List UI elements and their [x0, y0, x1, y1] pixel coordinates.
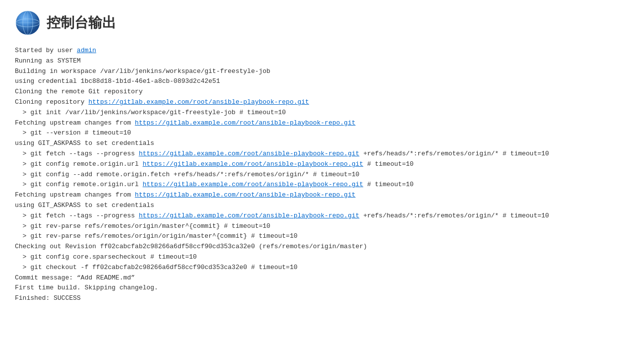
admin-link[interactable]: admin	[77, 47, 96, 54]
console-output-panel: Started by user admin Running as SYSTEM …	[15, 46, 629, 304]
console-line-3: Building in workspace /var/lib/jenkins/w…	[15, 67, 629, 77]
page-title: 控制台输出	[47, 13, 116, 32]
console-line-19: > git rev-parse refs/remotes/origin/orig…	[15, 231, 629, 242]
console-line-2: Running as SYSTEM	[15, 56, 629, 67]
console-line-20: Checking out Revision ff02cabcfab2c98266…	[15, 242, 629, 252]
console-line-21: > git config core.sparsecheckout # timeo…	[15, 252, 629, 263]
git-fetch-link-2[interactable]: https://gitlab.example.com/root/ansible-…	[139, 212, 360, 219]
console-line-7: > git init /var/lib/jenkins/workspace/gi…	[15, 108, 629, 118]
console-line-5: Cloning the remote Git repository	[15, 87, 629, 97]
console-line-18: > git rev-parse refs/remotes/origin/mast…	[15, 221, 629, 232]
console-line-24: First time build. Skipping changelog.	[15, 283, 629, 293]
console-line-6: Cloning repository https://gitlab.exampl…	[15, 97, 629, 108]
console-line-9: > git --version # timeout=10	[15, 128, 629, 138]
console-line-4: using credential 1bc88d18-1b1d-46e1-a8cb…	[15, 76, 629, 87]
console-line-1: Started by user admin	[15, 46, 629, 56]
console-globe-icon	[15, 10, 41, 36]
git-config-url-link-1[interactable]: https://gitlab.example.com/root/ansible-…	[142, 160, 363, 168]
console-line-12: > git config remote.origin.url https://g…	[15, 159, 629, 170]
console-line-22: > git checkout -f ff02cabcfab2c98266a6df…	[15, 263, 629, 273]
console-line-8: Fetching upstream changes from https://g…	[15, 118, 629, 129]
console-line-16: using GIT_ASKPASS to set credentials	[15, 201, 629, 211]
console-line-23: Commit message: “Add README.md”	[15, 273, 629, 283]
console-line-25: Finished: SUCCESS	[15, 293, 629, 304]
git-config-url-link-2[interactable]: https://gitlab.example.com/root/ansible-…	[142, 181, 363, 188]
console-line-17: > git fetch --tags --progress https://gi…	[15, 211, 629, 221]
console-line-11: > git fetch --tags --progress https://gi…	[15, 149, 629, 159]
console-line-13: > git config --add remote.origin.fetch +…	[15, 170, 629, 180]
console-line-15: Fetching upstream changes from https://g…	[15, 190, 629, 201]
clone-repo-link-1[interactable]: https://gitlab.example.com/root/ansible-…	[88, 98, 309, 106]
git-fetch-link-1[interactable]: https://gitlab.example.com/root/ansible-…	[139, 150, 360, 157]
console-line-10: using GIT_ASKPASS to set credentials	[15, 138, 629, 149]
fetch-upstream-link-2[interactable]: https://gitlab.example.com/root/ansible-…	[135, 191, 356, 199]
fetch-upstream-link-1[interactable]: https://gitlab.example.com/root/ansible-…	[135, 119, 356, 127]
page-header: 控制台输出	[15, 10, 629, 36]
console-line-14: > git config remote.origin.url https://g…	[15, 180, 629, 190]
